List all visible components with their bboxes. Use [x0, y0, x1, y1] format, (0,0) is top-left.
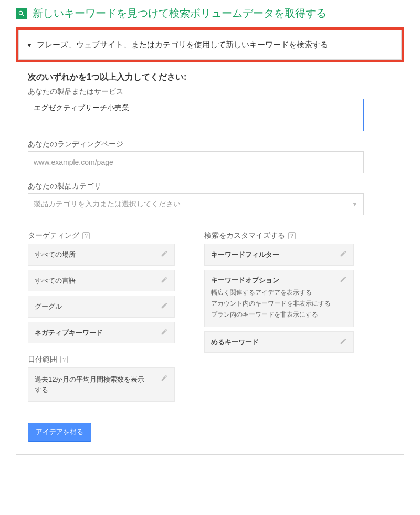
targeting-locations-label: すべての場所 — [35, 249, 76, 260]
pencil-icon — [161, 276, 168, 285]
chevron-down-icon: ▼ — [352, 201, 358, 208]
help-icon[interactable]: ? — [82, 232, 90, 239]
targeting-locations[interactable]: すべての場所 — [28, 244, 175, 266]
pencil-icon — [161, 250, 168, 259]
main-panel: 次のいずれかを1つ以上入力してください: あなたの製品またはサービス あなたのラ… — [16, 62, 404, 455]
keyword-options-line1: 幅広く関連するアイデアを表示する — [211, 288, 347, 297]
targeting-networks[interactable]: グーグル — [28, 296, 175, 318]
help-icon[interactable]: ? — [60, 356, 68, 363]
date-range-header-label: 日付範囲 — [28, 355, 57, 364]
customize-header-label: 検索をカスタマイズする — [204, 231, 285, 240]
pencil-icon — [340, 338, 347, 346]
highlighted-section: ▼ フレーズ、ウェブサイト、またはカテゴリを使用して新しいキーワードを検索する — [16, 27, 404, 62]
keyword-include-box[interactable]: めるキーワード — [204, 331, 354, 353]
expand-header-label: フレーズ、ウェブサイト、またはカテゴリを使用して新しいキーワードを検索する — [37, 40, 328, 50]
keyword-options-line3: プラン内のキーワードを非表示にする — [211, 310, 347, 319]
pencil-icon — [340, 276, 347, 285]
page-title: 新しいキーワードを見つけて検索ボリュームデータを取得する — [33, 6, 327, 20]
targeting-networks-label: グーグル — [35, 301, 62, 312]
search-icon — [16, 8, 27, 19]
keyword-options-box[interactable]: キーワードオプション 幅広く関連するアイデアを表示する アカウント内のキーワード… — [204, 270, 354, 327]
pencil-icon — [161, 302, 168, 311]
date-range-box[interactable]: 過去12か月の平均月間検索数を表示する — [28, 367, 175, 402]
keyword-options-line2: アカウント内のキーワードを非表示にする — [211, 299, 347, 308]
targeting-negative-label: ネガティブキーワード — [35, 328, 103, 338]
targeting-header: ターゲティング ? — [28, 231, 175, 240]
targeting-languages[interactable]: すべての言語 — [28, 270, 175, 292]
instruction-text: 次のいずれかを1つ以上入力してください: — [28, 72, 392, 83]
category-label: あなたの製品カテゴリ — [28, 182, 392, 191]
keyword-filter-label: キーワードフィルター — [211, 249, 279, 260]
targeting-languages-label: すべての言語 — [35, 276, 76, 286]
keyword-options-title: キーワードオプション — [211, 276, 347, 285]
triangle-down-icon: ▼ — [26, 41, 33, 49]
targeting-negative[interactable]: ネガティブキーワード — [28, 322, 175, 344]
customize-header: 検索をカスタマイズする ? — [204, 231, 354, 240]
product-input[interactable] — [28, 99, 364, 131]
date-range-header: 日付範囲 ? — [28, 355, 175, 364]
help-icon[interactable]: ? — [288, 232, 296, 239]
targeting-header-label: ターゲティング — [28, 231, 79, 240]
pencil-icon — [340, 250, 347, 259]
date-range-text: 過去12か月の平均月間検索数を表示する — [35, 374, 150, 395]
category-placeholder: 製品カテゴリを入力または選択してください — [34, 199, 181, 209]
landing-label: あなたのランディングページ — [28, 140, 392, 149]
keyword-include-label: めるキーワード — [211, 337, 259, 348]
product-label: あなたの製品またはサービス — [28, 87, 392, 97]
get-ideas-button[interactable]: アイデアを得る — [28, 423, 91, 442]
pencil-icon — [161, 328, 168, 337]
pencil-icon — [161, 374, 168, 395]
expand-header[interactable]: ▼ フレーズ、ウェブサイト、またはカテゴリを使用して新しいキーワードを検索する — [18, 30, 402, 60]
keyword-filter-box[interactable]: キーワードフィルター — [204, 244, 354, 266]
landing-input[interactable] — [28, 151, 364, 173]
category-select[interactable]: 製品カテゴリを入力または選択してください ▼ — [28, 193, 364, 215]
